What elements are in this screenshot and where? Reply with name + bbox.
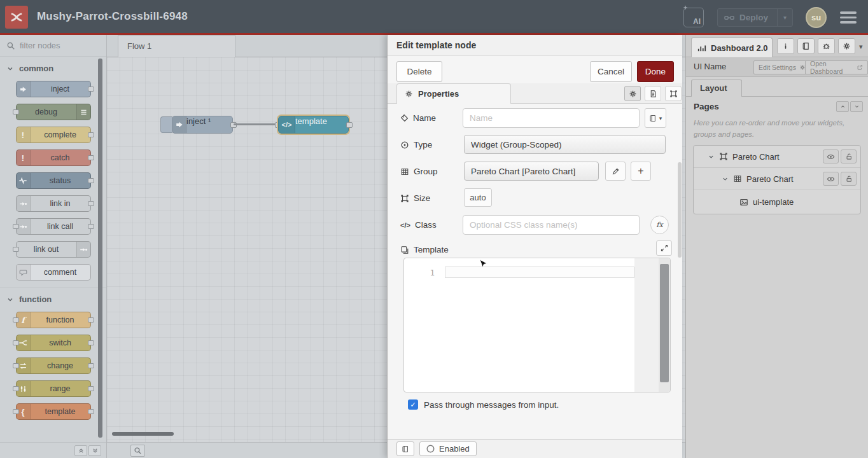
flow-node-inject[interactable]: inject ¹: [172, 116, 233, 134]
palette-node-change[interactable]: change: [16, 357, 91, 374]
palette-section-common[interactable]: common: [0, 57, 106, 76]
chevron-down-icon: [6, 296, 14, 303]
enabled-toggle-button[interactable]: Enabled: [419, 441, 477, 456]
table-icon: [400, 167, 409, 176]
input-port: [13, 109, 19, 114]
passthrough-checkbox[interactable]: ✓: [408, 399, 418, 410]
palette-search-placeholder: filter nodes: [20, 41, 60, 50]
type-select[interactable]: Widget (Group-Scoped): [464, 135, 666, 154]
pulse-icon: [17, 173, 31, 188]
fx-button[interactable]: fx: [650, 216, 669, 234]
name-input[interactable]: [463, 108, 640, 128]
tab-dashboard-2[interactable]: Dashboard 2.0: [691, 38, 773, 57]
input-port: [13, 386, 19, 391]
template-output-port[interactable]: [346, 122, 353, 128]
code-icon: </>: [400, 221, 410, 229]
editor-scrollbar-thumb[interactable]: [660, 264, 669, 382]
workspace-title: Mushy-Parrot-Crossbill-6948: [37, 0, 188, 33]
visibility-button[interactable]: [823, 149, 839, 163]
sparkle-icon: [682, 4, 689, 12]
label-options-button[interactable]: ▾: [645, 108, 666, 128]
ai-assistant-button[interactable]: AI: [683, 8, 704, 27]
cancel-button[interactable]: Cancel: [590, 61, 632, 82]
palette-node-status[interactable]: status: [16, 172, 91, 189]
output-port: [88, 409, 94, 414]
config-tab-button[interactable]: [838, 38, 855, 54]
size-button[interactable]: auto: [464, 188, 492, 207]
wire[interactable]: [234, 123, 278, 125]
properties-tab-button[interactable]: [624, 86, 641, 101]
collapse-all-button[interactable]: [74, 445, 87, 456]
input-port: [13, 317, 19, 323]
tab-flow-1[interactable]: Flow 1: [118, 35, 235, 57]
tab-layout[interactable]: Layout: [691, 80, 742, 97]
palette-node-function[interactable]: f function: [16, 312, 91, 328]
palette-search[interactable]: filter nodes: [0, 35, 106, 57]
user-avatar[interactable]: su: [806, 7, 827, 28]
edit-settings-button[interactable]: Edit Settings: [753, 60, 811, 74]
palette-node-debug[interactable]: debug: [16, 104, 91, 120]
group-field-label: Group: [400, 167, 438, 176]
tray-scrollbar[interactable]: [678, 162, 682, 258]
tree-row-group[interactable]: Pareto Chart: [694, 168, 860, 190]
output-port: [88, 363, 94, 368]
description-tab-button[interactable]: [645, 86, 661, 101]
input-port: [13, 409, 19, 414]
input-port: [13, 363, 19, 368]
pages-help-text: Here you can re-order and move your widg…: [694, 118, 860, 141]
canvas-horizontal-scrollbar[interactable]: [112, 432, 174, 436]
docs-button[interactable]: [396, 441, 414, 456]
palette-node-range[interactable]: range: [16, 380, 91, 397]
edit-group-button[interactable]: [605, 162, 626, 181]
add-group-button[interactable]: +: [631, 162, 651, 181]
palette-node-template[interactable]: { template: [16, 403, 91, 420]
tree-row-page[interactable]: Pareto Chart: [694, 146, 860, 168]
template-code-editor[interactable]: 1: [403, 258, 671, 392]
search-icon: [6, 41, 15, 50]
class-input[interactable]: [463, 215, 640, 235]
group-table-icon: [733, 174, 742, 183]
palette-scrollbar[interactable]: [98, 59, 102, 438]
flow-node-template-selected[interactable]: </> template: [278, 116, 349, 134]
palette-node-link-out[interactable]: link out: [16, 241, 91, 258]
visibility-button[interactable]: [823, 172, 839, 186]
appearance-tab-button[interactable]: [665, 86, 682, 101]
palette-node-link-in[interactable]: link in: [16, 195, 91, 212]
palette-section-function[interactable]: function: [0, 288, 106, 307]
done-button[interactable]: Done: [637, 61, 674, 82]
bar-chart-icon: [697, 43, 706, 52]
tree-row-widget[interactable]: ui-template: [694, 190, 860, 214]
palette-node-link-call[interactable]: link call: [16, 218, 91, 235]
pages-collapse-button[interactable]: [836, 101, 849, 112]
editor-margin: [634, 258, 659, 392]
palette-node-catch[interactable]: ! catch: [16, 149, 91, 166]
lock-button[interactable]: [841, 149, 857, 163]
palette-node-comment[interactable]: comment: [16, 264, 91, 281]
open-dashboard-button[interactable]: Open Dashboard: [805, 60, 868, 74]
size-frame-icon: [400, 194, 409, 203]
deploy-options-caret[interactable]: ▾: [777, 9, 792, 26]
sidebar-options-caret[interactable]: ▾: [859, 43, 863, 51]
edit-tray: Edit template node Delete Cancel Done Pr…: [387, 35, 682, 458]
scope-icon: [400, 141, 409, 149]
info-tab-button[interactable]: [777, 38, 794, 54]
palette-node-complete[interactable]: ! complete: [16, 127, 91, 143]
palette-node-inject[interactable]: inject: [16, 81, 91, 97]
caret-down-icon: ▾: [659, 115, 662, 121]
deploy-button[interactable]: Deploy: [718, 9, 777, 26]
delete-button[interactable]: Delete: [396, 61, 442, 82]
main-menu-button[interactable]: [840, 11, 857, 26]
pages-expand-button[interactable]: [850, 101, 863, 112]
inject-trigger-button[interactable]: [160, 116, 172, 133]
expand-all-button[interactable]: [88, 445, 101, 456]
debug-tab-button[interactable]: [818, 38, 835, 54]
tab-properties[interactable]: Properties: [396, 83, 511, 104]
editor-active-line[interactable]: [445, 267, 634, 278]
group-select[interactable]: Pareto Chart [Pareto Chart]: [464, 162, 599, 181]
editor-line-number: 1: [422, 268, 435, 277]
expand-editor-button[interactable]: [656, 240, 672, 256]
canvas-search-button[interactable]: [130, 445, 145, 457]
help-tab-button[interactable]: [797, 38, 815, 54]
palette-node-switch[interactable]: switch: [16, 335, 91, 351]
lock-button[interactable]: [841, 172, 857, 186]
